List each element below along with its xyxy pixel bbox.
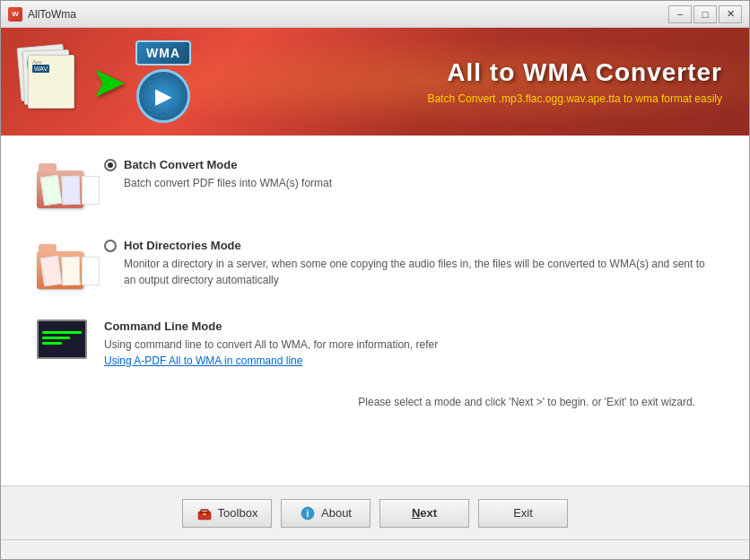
hint-text: Please select a mode and click 'Next >' …: [37, 396, 713, 408]
main-window: W AllToWma − □ ✕ Flac TTA Ogg Wm Ape WAV: [0, 0, 750, 560]
wma-badge: WMA: [135, 40, 191, 66]
batch-mode-title: Batch Convert Mode: [124, 158, 237, 171]
hot-mode-title: Hot Directories Mode: [124, 239, 241, 252]
toolbox-label: Toolbox: [218, 506, 258, 520]
cmd-mode-text: Command Line Mode Using command line to …: [104, 319, 713, 369]
about-label: About: [321, 506, 352, 520]
window-controls: − □ ✕: [668, 5, 742, 23]
cmd-mode-option: Command Line Mode Using command line to …: [37, 315, 713, 378]
play-circle-icon: ▶: [136, 69, 190, 123]
hot-mode-option: Hot Directories Mode Monitor a directory…: [37, 234, 713, 297]
arrow-icon: ➤: [91, 57, 126, 107]
maximize-button[interactable]: □: [693, 5, 717, 23]
banner-left: Flac TTA Ogg Wm Ape WAV Ape WAV ➤ WMA: [19, 40, 191, 123]
banner-title: All to WMA Converter: [191, 58, 722, 87]
about-button[interactable]: i About: [281, 499, 371, 528]
next-label: Next: [412, 506, 437, 520]
cmd-mode-icon: [37, 319, 91, 373]
minimize-button[interactable]: −: [668, 5, 692, 23]
cmd-mode-title: Command Line Mode: [104, 319, 713, 333]
about-icon: i: [300, 505, 316, 521]
main-content: Batch Convert Mode Batch convert PDF fil…: [1, 136, 749, 486]
title-bar-text: AllToWma: [28, 8, 668, 21]
batch-mode-desc: Batch convert PDF files into WMA(s) form…: [124, 175, 713, 191]
svg-rect-2: [203, 513, 206, 515]
cmd-mode-link[interactable]: Using A-PDF All to WMA in command line: [104, 354, 302, 367]
file-card-3: Ape WAV: [28, 55, 74, 109]
hot-mode-radio[interactable]: [104, 240, 117, 252]
batch-mode-icon: [37, 158, 91, 212]
hot-mode-title-row[interactable]: Hot Directories Mode: [104, 239, 713, 252]
hot-mode-icon: [37, 239, 91, 293]
status-bar: [1, 539, 749, 559]
batch-mode-text: Batch Convert Mode Batch convert PDF fil…: [104, 158, 713, 191]
bottom-bar: Toolbox i About Next Exit: [1, 486, 749, 539]
cmd-mode-desc: Using command line to convert All to WMA…: [104, 337, 713, 369]
app-icon: W: [8, 7, 22, 22]
exit-label: Exit: [513, 506, 533, 520]
batch-mode-option: Batch Convert Mode Batch convert PDF fil…: [37, 153, 713, 216]
batch-mode-radio[interactable]: [104, 159, 117, 171]
batch-mode-title-row[interactable]: Batch Convert Mode: [104, 158, 713, 171]
header-banner: Flac TTA Ogg Wm Ape WAV Ape WAV ➤ WMA: [1, 28, 749, 136]
wma-icon: WMA ▶: [135, 40, 191, 123]
cmd-desc-text: Using command line to convert All to WMA…: [104, 338, 438, 351]
toolbox-icon: [196, 505, 213, 521]
toolbox-button[interactable]: Toolbox: [182, 499, 272, 528]
banner-title-area: All to WMA Converter Batch Convert .mp3.…: [191, 58, 731, 105]
close-button[interactable]: ✕: [719, 5, 742, 23]
banner-subtitle: Batch Convert .mp3.flac.ogg.wav.ape.tta …: [191, 92, 722, 105]
next-button[interactable]: Next: [379, 499, 469, 528]
svg-text:i: i: [307, 509, 310, 519]
title-bar: W AllToWma − □ ✕: [1, 1, 749, 28]
hot-mode-text: Hot Directories Mode Monitor a directory…: [104, 239, 713, 288]
hot-mode-desc: Monitor a directory in a server, when so…: [124, 256, 713, 288]
file-stack-icon: Flac TTA Ogg Wm Ape WAV Ape WAV: [19, 46, 82, 118]
exit-button[interactable]: Exit: [478, 499, 568, 528]
